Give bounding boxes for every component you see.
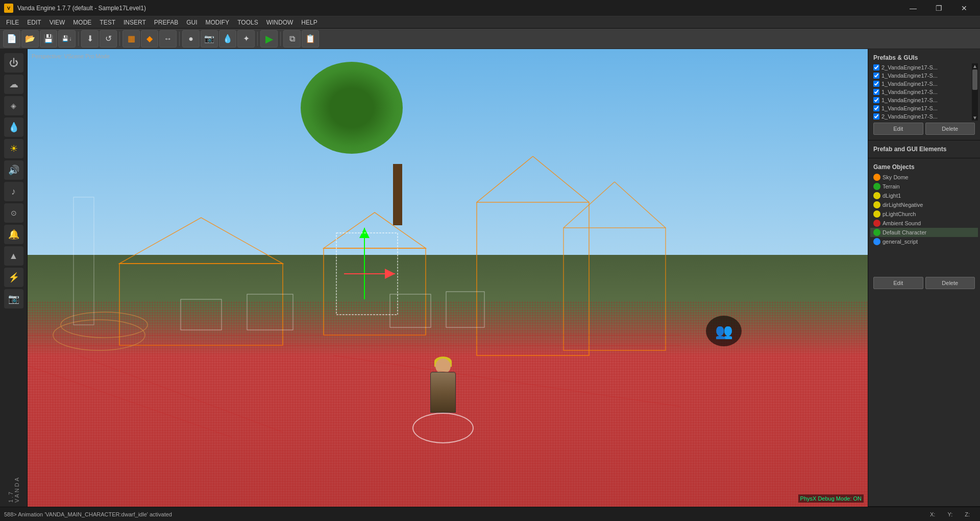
list-item[interactable]: 2_VandaEngine17-S... xyxy=(870,112,972,121)
prefab-checkbox-2[interactable] xyxy=(873,81,879,87)
scroll-down-arrow[interactable]: ▼ xyxy=(972,115,978,121)
prefab-item-label-0: 2_VandaEngine17-S... xyxy=(881,64,969,70)
list-item[interactable]: 1_VandaEngine17-S... xyxy=(870,80,972,88)
menu-test[interactable]: TEST xyxy=(95,16,119,28)
x-label: X: xyxy=(930,511,935,517)
prefab-checkbox-4[interactable] xyxy=(873,97,879,103)
menu-view[interactable]: VIEW xyxy=(45,16,69,28)
water-icon[interactable]: 💧 xyxy=(4,117,23,137)
go-edit-button[interactable]: Edit xyxy=(873,277,923,289)
ambient-sound-label: Ambient Sound xyxy=(883,220,975,226)
photo-icon[interactable]: 📷 xyxy=(4,289,23,309)
separator5 xyxy=(280,32,281,46)
prefab-checkbox-3[interactable] xyxy=(873,89,879,95)
prefabs-title: Prefabs & GUIs xyxy=(870,52,978,63)
sun-icon[interactable]: ☀ xyxy=(4,139,23,158)
power-icon[interactable]: ⏻ xyxy=(4,53,23,73)
prefab-item-label-4: 1_VandaEngine17-S... xyxy=(881,97,969,103)
menu-prefab[interactable]: PREFAB xyxy=(150,16,182,28)
bell-icon[interactable]: 🔔 xyxy=(4,225,23,244)
terrain-icon[interactable]: ◈ xyxy=(4,96,23,115)
separator4 xyxy=(257,32,258,46)
prefab-item-label-1: 1_VandaEngine17-S... xyxy=(881,73,969,79)
cube-button[interactable]: ◆ xyxy=(141,30,158,48)
mountain-icon[interactable]: ▲ xyxy=(4,246,23,266)
list-item[interactable]: 2_VandaEngine17-S... xyxy=(870,63,972,72)
prefab-delete-button[interactable]: Delete xyxy=(925,123,975,135)
save-button[interactable]: 💾 xyxy=(40,30,57,48)
save-as-button[interactable]: 💾↓ xyxy=(58,30,76,48)
import-button[interactable]: ⬇ xyxy=(81,30,99,48)
viewport[interactable]: Perspective: VScene Pro Mode 👥 xyxy=(28,49,868,507)
menu-tools[interactable]: TOOLS xyxy=(233,16,262,28)
menu-modify[interactable]: MODIFY xyxy=(202,16,234,28)
close-button[interactable]: ✕ xyxy=(952,0,976,16)
prefab-item-label-6: 2_VandaEngine17-S... xyxy=(881,113,969,120)
paste-button[interactable]: 📋 xyxy=(302,30,319,48)
sphere-button[interactable]: ● xyxy=(182,30,200,48)
prefab-edit-button[interactable]: Edit xyxy=(873,123,923,135)
list-item[interactable]: Default Character xyxy=(870,228,978,237)
menu-help[interactable]: HELP xyxy=(297,16,321,28)
ambient-sound-icon xyxy=(873,220,880,227)
prefab-item-label-5: 1_VandaEngine17-S... xyxy=(881,105,969,111)
music-icon[interactable]: ♪ xyxy=(4,182,23,201)
lightning-icon[interactable]: ⚡ xyxy=(4,268,23,287)
list-item[interactable]: 1_VandaEngine17-S... xyxy=(870,104,972,112)
move-button[interactable]: ↔ xyxy=(159,30,177,48)
open-button[interactable]: 📂 xyxy=(21,30,39,48)
sound-icon[interactable]: 🔊 xyxy=(4,160,23,180)
viewport-background: 👥 xyxy=(28,49,868,507)
go-delete-button[interactable]: Delete xyxy=(925,277,975,289)
menu-edit[interactable]: EDIT xyxy=(23,16,45,28)
menu-gui[interactable]: GUI xyxy=(182,16,201,28)
water-button[interactable]: 💧 xyxy=(219,30,236,48)
plightchurch-label: pLightChurch xyxy=(883,211,975,217)
menu-window[interactable]: WINDOW xyxy=(262,16,298,28)
maximize-button[interactable]: ❐ xyxy=(927,0,950,16)
new-button[interactable]: 📄 xyxy=(3,30,20,48)
prefab-checkbox-5[interactable] xyxy=(873,105,879,111)
general-script-icon xyxy=(873,238,880,245)
menu-insert[interactable]: INSERT xyxy=(119,16,150,28)
list-item[interactable]: Terrain xyxy=(870,182,978,191)
copy-button[interactable]: ⧉ xyxy=(283,30,301,48)
list-item[interactable]: dirLightNegative xyxy=(870,200,978,209)
sky-dome-icon xyxy=(873,174,880,181)
camera-sidebar-icon[interactable]: ⊙ xyxy=(4,203,23,223)
cloud-icon[interactable]: ☁ xyxy=(4,75,23,94)
scroll-thumb[interactable] xyxy=(972,69,977,90)
list-item[interactable]: 1_VandaEngine17-S... xyxy=(870,88,972,96)
separator1 xyxy=(78,32,79,46)
scroll-up-arrow[interactable]: ▲ xyxy=(972,63,978,69)
window-controls: — ❐ ✕ xyxy=(901,0,976,16)
prefab-buttons: Edit Delete xyxy=(870,121,978,137)
play-button[interactable]: ▶ xyxy=(260,30,278,48)
character-selection-circle xyxy=(412,413,474,443)
list-item[interactable]: 1_VandaEngine17-S... xyxy=(870,72,972,80)
prefab-checkbox-0[interactable] xyxy=(873,64,879,70)
prefab-checkbox-1[interactable] xyxy=(873,73,879,79)
separator2 xyxy=(119,32,120,46)
terrain-icon xyxy=(873,183,880,190)
prefab-scrollbar[interactable]: ▲ ▼ xyxy=(972,63,978,121)
z-label: Z: xyxy=(965,511,970,517)
redo-button[interactable]: ↺ xyxy=(100,30,117,48)
select-button[interactable]: ▦ xyxy=(122,30,140,48)
list-item[interactable]: dLight1 xyxy=(870,191,978,200)
list-item[interactable]: 1_VandaEngine17-S... xyxy=(870,96,972,104)
viewport-label: Perspective: VScene Pro Mode xyxy=(32,53,110,59)
camera-button[interactable]: 📷 xyxy=(201,30,218,48)
minimize-button[interactable]: — xyxy=(901,0,925,16)
list-item[interactable]: general_script xyxy=(870,237,978,246)
list-item[interactable]: Sky Dome xyxy=(870,173,978,182)
character xyxy=(423,357,463,438)
list-item[interactable]: pLightChurch xyxy=(870,209,978,219)
prefab-checkbox-6[interactable] xyxy=(873,113,879,120)
light-button[interactable]: ✦ xyxy=(237,30,255,48)
menu-file[interactable]: FILE xyxy=(2,16,23,28)
list-item[interactable]: Ambient Sound xyxy=(870,219,978,228)
dirlightnegative-icon xyxy=(873,201,880,208)
menu-mode[interactable]: MODE xyxy=(69,16,95,28)
default-character-icon xyxy=(873,229,880,236)
